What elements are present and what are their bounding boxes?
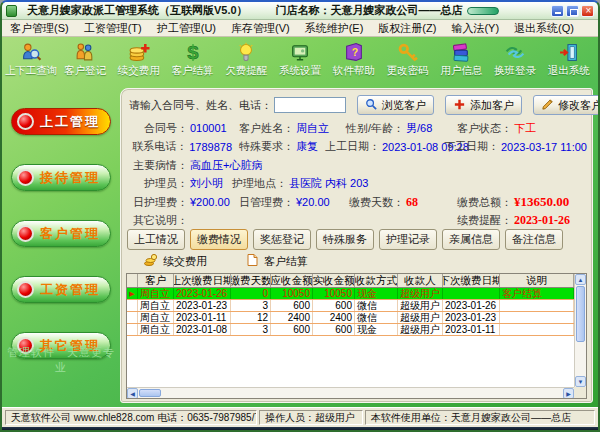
toolbar-shift-login[interactable]: 换班登录 <box>489 42 542 78</box>
table-row[interactable]: 周自立2023-01-083600600现金超级用户2023-01-11 <box>127 324 574 336</box>
table-cell: 客户结算 <box>500 288 574 299</box>
minimize-button[interactable] <box>551 5 564 17</box>
tab-nursing-record[interactable]: 护理记录 <box>379 229 437 250</box>
table-cell: 周自立 <box>138 300 174 311</box>
menu-salary-mgmt[interactable]: 工资管理(T) <box>84 21 142 36</box>
column-header[interactable]: 下次缴费日期 <box>443 274 500 287</box>
toolbar-user-info[interactable]: 用户信息 <box>435 42 488 78</box>
column-header[interactable]: 缴费天数 <box>231 274 271 287</box>
scroll-down-icon[interactable]: ▼ <box>575 376 586 387</box>
tab-reward-register[interactable]: 奖惩登记 <box>253 229 311 250</box>
vscroll-thumb[interactable] <box>576 286 585 342</box>
column-header[interactable]: 应收金额 <box>271 274 313 287</box>
menu-nurse-mgmt[interactable]: 护工管理(U) <box>157 21 216 36</box>
sidebar-customer-mgmt[interactable]: 客户管理 <box>11 220 111 247</box>
red-sphere-icon <box>17 225 34 242</box>
toolbar-renew-fee[interactable]: 续交费用 <box>112 42 165 78</box>
selected-row-arrow-icon: ▶ <box>129 290 134 297</box>
toolbar-exit-system[interactable]: 退出系统 <box>542 42 595 78</box>
row-indicator <box>127 300 138 311</box>
status-operator: 操作人员：超级用户 <box>259 410 363 425</box>
scroll-up-icon[interactable]: ▲ <box>575 274 586 285</box>
renew-remind-label: 续费提醒： <box>446 213 512 228</box>
toolbar-software-help[interactable]: ? 软件帮助 <box>327 42 380 78</box>
table-cell: 2023-01-23 <box>174 300 231 311</box>
toolbar-work-query[interactable]: 上下工查询 <box>5 42 58 78</box>
row-indicator-header <box>127 274 138 287</box>
column-header[interactable]: 收款人 <box>398 274 443 287</box>
menu-customer-mgmt[interactable]: 客户管理(S) <box>10 21 69 36</box>
tab-work-status[interactable]: 上工情况 <box>127 229 185 250</box>
toolbar-customer-settle[interactable]: S 客户结算 <box>166 42 219 78</box>
table-cell <box>500 312 574 323</box>
toolbar-customer-register[interactable]: 客户登记 <box>59 42 112 78</box>
table-cell: 微信 <box>355 312 398 323</box>
sidebar-work-mgmt[interactable]: 上工管理 <box>11 108 111 135</box>
search-input[interactable] <box>274 97 346 113</box>
table-cell: 超级用户 <box>398 324 443 335</box>
gender-label: 性别/年龄： <box>338 121 404 136</box>
column-header[interactable]: 实收金额 <box>313 274 355 287</box>
mgmt-fee-value: ¥20.00 <box>296 196 330 208</box>
customer-settle-action[interactable]: 客户结算 <box>245 253 308 269</box>
dollar-icon: S <box>182 42 204 63</box>
table-cell: 10050 <box>313 288 355 299</box>
document-icon <box>245 253 259 269</box>
table-row[interactable]: 周自立2023-01-233600600微信超级用户2023-01-26 <box>127 300 574 312</box>
horizontal-scrollbar[interactable]: ◀ ▶ <box>127 387 574 398</box>
table-cell: 2023-01-08 <box>174 324 231 335</box>
menu-stock-mgmt[interactable]: 库存管理(V) <box>231 21 290 36</box>
maximize-button[interactable] <box>566 5 579 17</box>
sidebar-reception-mgmt[interactable]: 接待管理 <box>11 164 111 191</box>
toolbar-arrears-remind[interactable]: 欠费提醒 <box>220 42 273 78</box>
scroll-right-icon[interactable]: ▶ <box>563 388 574 399</box>
hscroll-thumb[interactable] <box>139 389 161 397</box>
window-body: 上工管理 接待管理 客户管理 工资管理 其它管理管理软件 天意更专业 请输入合同… <box>2 83 598 407</box>
browse-customer-button[interactable]: 浏览客户 <box>357 95 434 115</box>
menu-input-method[interactable]: 输入法(Y) <box>451 21 499 36</box>
add-customer-button[interactable]: 添加客户 <box>445 95 522 115</box>
table-cell: 超级用户 <box>398 300 443 311</box>
disease-label: 主要病情： <box>126 158 188 173</box>
tab-remark-info[interactable]: 备注信息 <box>505 229 563 250</box>
end-date-value: 2023-03-17 11:00 <box>501 141 587 153</box>
table-cell: 现金 <box>355 288 398 299</box>
modify-customer-button[interactable]: 修改客户 <box>533 95 600 115</box>
tab-special-service[interactable]: 特殊服务 <box>316 229 374 250</box>
monitor-icon <box>289 42 311 63</box>
scroll-left-icon[interactable]: ◀ <box>127 388 138 399</box>
phone-label: 联系电话： <box>126 139 187 154</box>
column-header[interactable]: 说明 <box>500 274 574 287</box>
sidebar-salary-mgmt[interactable]: 工资管理 <box>11 276 111 303</box>
tab-payment-status[interactable]: 缴费情况 <box>190 229 248 250</box>
column-header[interactable]: 收款方式 <box>355 274 398 287</box>
table-cell: 2023-01-26 <box>174 288 231 299</box>
daily-fee-label: 日护理费： <box>126 195 188 210</box>
table-cell: 2400 <box>313 312 355 323</box>
special-label: 特殊要求： <box>232 139 294 154</box>
status-bar: 天意软件公司 www.chle828.com 电话：0635-7987985/7… <box>2 407 598 427</box>
exit-door-icon <box>558 42 580 63</box>
contract-value: 010001 <box>190 122 227 134</box>
red-sphere-icon <box>17 169 34 186</box>
menu-system-maintain[interactable]: 系统维护(E) <box>305 21 364 36</box>
table-cell: 600 <box>313 300 355 311</box>
toolbar-change-password[interactable]: 更改密码 <box>381 42 434 78</box>
status-license: 本软件使用单位：天意月嫂家政公司——总店 <box>365 410 595 425</box>
renew-fee-action[interactable]: 续交费用 <box>144 253 207 269</box>
table-row[interactable]: 周自立2023-01-111224002400微信超级用户2023-01-23 <box>127 312 574 324</box>
column-header[interactable]: 上次缴费日期 <box>174 274 231 287</box>
handshake-icon <box>504 42 526 63</box>
menu-copyright-register[interactable]: 版权注册(Z) <box>378 21 436 36</box>
table-cell: 600 <box>271 324 313 335</box>
tab-family-info[interactable]: 亲属信息 <box>442 229 500 250</box>
vertical-scrollbar[interactable]: ▲ ▼ <box>574 274 586 387</box>
toolbar-system-settings[interactable]: 系统设置 <box>274 42 327 78</box>
row-indicator <box>127 312 138 323</box>
close-button[interactable] <box>581 5 594 17</box>
menu-exit-system[interactable]: 退出系统(Q) <box>514 21 574 36</box>
column-header[interactable]: 客户 <box>138 274 174 287</box>
table-row[interactable]: ▶周自立2023-01-2601005010050现金超级用户客户结算 <box>127 288 574 300</box>
table-cell: 0 <box>231 288 271 299</box>
app-window: 天意月嫂家政派工管理系统（互联网版V5.0） 门店名称：天意月嫂家政公司——总店… <box>0 0 600 432</box>
